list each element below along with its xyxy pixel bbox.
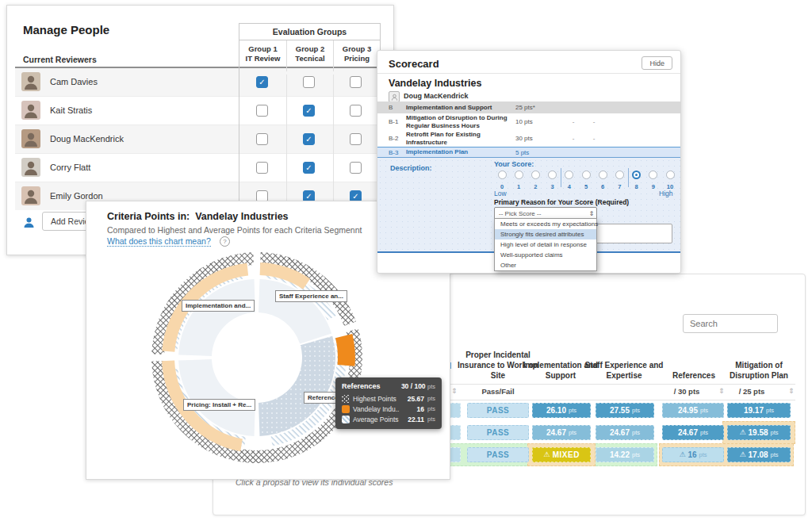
group-checkbox[interactable] [350, 76, 362, 88]
score-badge[interactable]: 27.55pts [596, 403, 654, 418]
criteria-label: Implementation and Support [406, 104, 515, 112]
picker-option[interactable]: Meets or exceeds my expectations [495, 219, 596, 229]
score-badge[interactable]: 24.67pts [596, 425, 654, 440]
reviewer-name: Cam Davies [50, 77, 98, 86]
score-value: 19.17 [744, 406, 764, 415]
sort-icon[interactable]: ⇕ [788, 387, 795, 395]
score-radio[interactable] [565, 170, 573, 179]
picker-option[interactable]: Well-supported claims [495, 250, 596, 260]
score-radio[interactable] [548, 170, 557, 179]
picker-option[interactable]: High level of detail in response [495, 239, 596, 250]
score-value: 17.08 [749, 450, 768, 459]
chart-segment-label[interactable]: Pricing: Install + Re... [183, 399, 255, 411]
column-header[interactable]: Mitigation of Disruption Plan [715, 360, 802, 381]
chart-segment[interactable] [259, 336, 335, 436]
picker-option[interactable]: Other [495, 260, 596, 270]
warning-icon: ⚠ [543, 451, 550, 458]
current-reviewers-header: Current Reviewers [23, 55, 97, 64]
score-badge[interactable]: ⚠16pts [662, 447, 724, 462]
criteria-sunburst-chart[interactable] [132, 236, 381, 480]
evaluation-groups-title: Evaluation Groups [239, 24, 380, 40]
score-badge[interactable]: ⚠17.08pts [727, 447, 791, 462]
score-radio-item: 6 [595, 168, 611, 190]
score-badge[interactable]: 14.22pts [596, 447, 654, 462]
reason-dropdown-menu: Meets or exceeds my expectationsStrongly… [494, 218, 597, 271]
score-badge[interactable]: ⚠19.58pts [727, 425, 791, 440]
reviewer-row: Doug MacKendrick✓ [15, 125, 379, 153]
primary-reason-label: Primary Reason for Your Score (Required) [494, 198, 629, 206]
score-radio[interactable] [599, 170, 607, 179]
score-radio-label: 2 [527, 183, 543, 190]
hide-button[interactable]: Hide [642, 56, 672, 70]
group-checkbox[interactable] [256, 105, 268, 117]
group-checkbox[interactable]: ✓ [303, 162, 315, 174]
score-radio[interactable] [531, 170, 540, 179]
score-radio[interactable] [632, 170, 641, 179]
score-value: 19.58 [749, 428, 768, 437]
group-name: Group 1 [239, 44, 286, 54]
group-checkbox[interactable] [256, 162, 268, 174]
score-value: 14.22 [610, 450, 630, 459]
group-name: Group 2 [287, 44, 333, 54]
score-radio[interactable] [615, 170, 624, 179]
score-badge[interactable]: 19.17pts [727, 403, 791, 418]
score-value: 16 [688, 450, 696, 459]
picker-option[interactable]: Strongly fits desired attributes [495, 229, 596, 239]
score-radio[interactable] [498, 170, 507, 179]
group-checkbox-cell [239, 162, 285, 174]
sort-icon[interactable]: ⇕ [451, 387, 458, 395]
score-badge[interactable]: ⚠MIXED [532, 447, 591, 462]
pass-badge[interactable]: PASS [467, 447, 529, 462]
group-checkbox[interactable] [256, 133, 268, 145]
group-checkbox-cell: ✓ [239, 76, 285, 88]
reviewer-name: Doug MacKendrick [404, 92, 469, 100]
tooltip-row: Average Points 22.11 pts [342, 414, 435, 424]
references-points-header: / 30 pts [656, 387, 718, 396]
score-radio[interactable] [515, 170, 523, 179]
warning-icon: ⚠ [739, 429, 745, 436]
group-checkbox[interactable]: ✓ [303, 105, 315, 117]
group-checkbox[interactable] [350, 105, 362, 117]
vendor-points-band[interactable] [335, 334, 355, 366]
score-radio[interactable] [649, 170, 657, 179]
criteria-row[interactable]: B-2Retrofit Plan for Existing Infrastruc… [377, 130, 680, 147]
chart-segment-label[interactable]: Staff Experience an... [275, 290, 347, 302]
pass-badge[interactable]: PASS [467, 425, 529, 440]
score-badge[interactable]: 24.67pts [662, 425, 724, 440]
group-checkbox-cell [285, 76, 332, 88]
criteria-row[interactable]: B-3Implementation Plan5 pts [377, 147, 680, 157]
criteria-code: B [377, 104, 406, 111]
criteria-row[interactable]: BImplementation and Support25 pts* [377, 102, 680, 113]
tooltip-total: 30 / 100 pts [401, 382, 435, 390]
reviewer-name: Doug MacKendrick [50, 134, 124, 144]
reviewer-avatar [21, 129, 40, 151]
group-checkbox[interactable] [350, 162, 362, 174]
group-checkbox[interactable]: ✓ [303, 133, 315, 145]
group-checkbox[interactable] [350, 133, 362, 145]
score-radio-item: 2 [527, 168, 543, 190]
chart-title: Criteria Points in: Vandelay Industries [107, 211, 289, 222]
criteria-label: Mitigation of Disruption to During Regul… [406, 114, 515, 129]
score-radio-item: 9 [645, 168, 661, 190]
score-radio[interactable] [582, 170, 591, 179]
score-badge[interactable]: 24.67pts [532, 425, 591, 440]
criteria-row[interactable]: B-1Mitigation of Disruption to During Re… [377, 113, 680, 130]
reviewer-avatar [21, 158, 40, 180]
criteria-points: 5 pts [515, 149, 563, 156]
search-input[interactable] [683, 314, 778, 333]
score-radio-label: 4 [561, 183, 577, 190]
group-checkbox[interactable]: ✓ [256, 76, 268, 88]
scorecard-title: Scorecard [389, 58, 439, 70]
score-radio-group: 012345678910 [494, 168, 675, 187]
score-badge[interactable]: 26.10pts [532, 403, 591, 418]
group-checkbox[interactable] [303, 76, 315, 88]
score-radio-item: 7 [611, 168, 627, 190]
chart-segment-label[interactable]: Implementation and... [182, 300, 255, 312]
pass-badge[interactable]: PASS [467, 403, 529, 418]
score-radio[interactable] [666, 170, 675, 179]
criteria-list: BImplementation and Support25 pts*B-1Mit… [377, 102, 680, 157]
criteria-score: - [563, 118, 584, 125]
score-unit: pts [632, 451, 640, 458]
highest-points-swatch-icon [342, 395, 350, 403]
score-badge[interactable]: 24.95pts [662, 403, 724, 418]
